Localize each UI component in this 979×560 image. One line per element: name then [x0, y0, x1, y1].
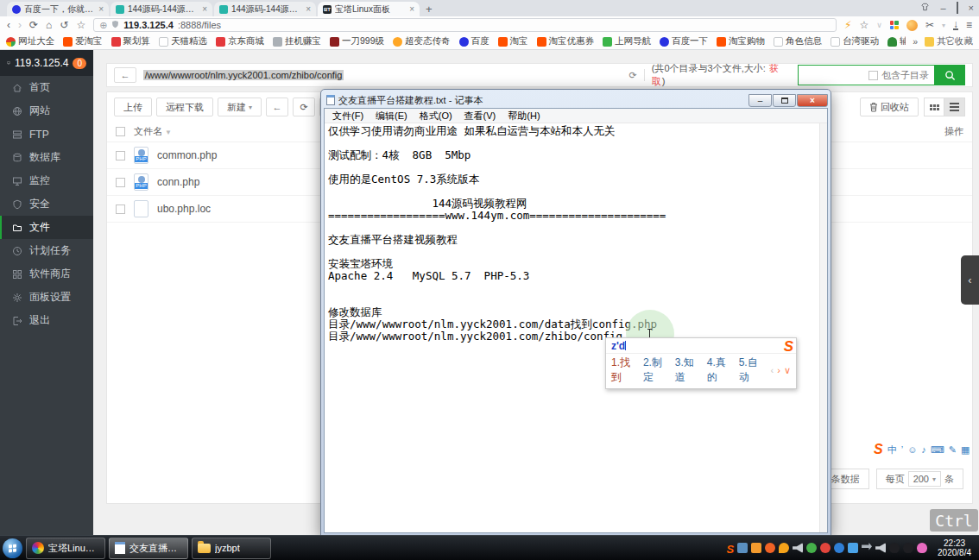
tray-qq-penguin-icon[interactable]	[903, 543, 913, 553]
tray-sogou-icon[interactable]: S	[726, 543, 734, 553]
bookmark-item[interactable]: 挂机赚宝	[273, 35, 321, 47]
tray-volume-icon[interactable]	[875, 543, 886, 553]
toolbox-icon[interactable]: ✎	[949, 444, 957, 456]
close-button[interactable]: ×	[969, 2, 974, 14]
grid-view-button[interactable]	[924, 98, 944, 116]
profile-avatar[interactable]	[906, 20, 918, 31]
tab-close-icon[interactable]: ×	[98, 4, 104, 14]
punctuation-icon[interactable]: ’	[901, 444, 903, 455]
file-name[interactable]: common.php	[157, 149, 217, 161]
restore-session-icon[interactable]: ↺	[60, 19, 68, 31]
other-favorites-folder[interactable]: 其它收藏	[925, 35, 973, 47]
bookmark-item[interactable]: 台湾驱动	[831, 35, 879, 47]
sidebar-item-security[interactable]: 安全	[0, 192, 93, 216]
soft-keyboard-icon[interactable]: ⌨	[931, 444, 944, 456]
bookmark-item[interactable]: 聚划算	[111, 35, 151, 47]
tray-qq-penguin-icon[interactable]	[889, 543, 900, 553]
skin-icon[interactable]: ▦	[961, 444, 970, 456]
upload-button[interactable]: 上传	[114, 98, 152, 116]
bookmark-item[interactable]: 上网导航	[603, 35, 651, 47]
sidebar-item-settings[interactable]: 面板设置	[0, 286, 93, 309]
ime-candidate[interactable]: 4.真的	[707, 356, 733, 385]
remote-download-button[interactable]: 远程下载	[156, 98, 213, 116]
ime-more-icon[interactable]: ∨	[784, 365, 791, 376]
menu-icon[interactable]: ≡	[966, 19, 972, 31]
notepad-title-bar[interactable]: 交友直播平台搭建教程.txt - 记事本 – ×	[324, 92, 828, 108]
select-all-checkbox[interactable]	[116, 127, 125, 136]
refresh-button[interactable]: ⟳	[293, 98, 315, 116]
ime-candidate[interactable]: 5.自动	[739, 356, 765, 385]
new-button[interactable]: 新建▾	[218, 98, 262, 116]
menu-view[interactable]: 查看(V)	[458, 110, 502, 123]
taskbar-clock[interactable]: 22:23 2020/8/4	[938, 538, 971, 557]
tray-app-icon[interactable]	[848, 543, 858, 553]
filename-header[interactable]: 文件名 ▼	[134, 125, 172, 138]
tray-qq-penguin-pink-icon[interactable]	[917, 543, 927, 553]
tray-browser-icon[interactable]	[765, 543, 775, 553]
row-checkbox[interactable]	[116, 204, 125, 214]
tray-blue-ball-icon[interactable]	[834, 543, 844, 553]
screenshot-scissors-icon[interactable]: ✂	[925, 19, 934, 31]
side-panel-handle[interactable]: ‹	[961, 255, 979, 305]
bookmark-item[interactable]: 天猫精选	[159, 35, 207, 47]
back-dir-button[interactable]: ←	[266, 98, 288, 116]
taskbar-folder-button[interactable]: jyzbpt	[192, 538, 271, 559]
scissors-dropdown-icon[interactable]: ▾	[942, 22, 945, 29]
page-info-icon[interactable]: ⊕	[99, 20, 107, 31]
bookmark-item[interactable]: 网址大全	[6, 35, 54, 47]
search-button[interactable]	[934, 65, 965, 85]
bookmark-item[interactable]: 爱淘宝	[63, 35, 103, 47]
row-checkbox[interactable]	[116, 151, 125, 160]
menu-edit[interactable]: 编辑(E)	[369, 110, 414, 123]
menu-help[interactable]: 帮助(H)	[502, 110, 546, 123]
row-checkbox[interactable]	[116, 178, 125, 187]
notepad-minimize-button[interactable]: –	[748, 94, 772, 107]
path-input[interactable]: /www/wwwroot/nlm.yyck2001.com/zhibo/conf…	[143, 70, 622, 80]
tray-display-icon[interactable]	[737, 543, 748, 553]
back-icon[interactable]: ‹	[7, 19, 10, 31]
tab-144yuanma-1[interactable]: 144源码-144源码,房卡棋牌 金 ×	[111, 2, 212, 16]
sidebar-item-home[interactable]: 首页	[0, 76, 93, 99]
bookmark-item[interactable]: 辅助网盘	[887, 35, 906, 47]
mic-icon[interactable]: ♪	[921, 444, 926, 455]
address-bar[interactable]: ⊕ 119.3.125.4 :8888/files	[93, 18, 837, 32]
bookmark-item[interactable]: 一刀999级	[330, 35, 384, 47]
tray-flame-icon[interactable]	[779, 543, 789, 553]
tray-flower-icon[interactable]	[820, 543, 831, 553]
sidebar-item-appstore[interactable]: 软件商店	[0, 262, 93, 286]
per-page-select[interactable]: 200▾	[908, 471, 941, 487]
tray-green-dot-icon[interactable]	[806, 543, 817, 553]
notepad-close-button[interactable]: ×	[797, 94, 828, 107]
notepad-window[interactable]: 交友直播平台搭建教程.txt - 记事本 – × 文件(F) 编辑(E) 格式(…	[320, 89, 831, 537]
minimize-button[interactable]: –	[940, 2, 945, 14]
notepad-text-area[interactable]: 仅供学习使用请勿商业用途 如果私自运营与本站和本人无关 测试配制：4核 8GB …	[325, 123, 827, 532]
bookmark-item[interactable]: 超变态传奇	[393, 35, 451, 47]
sidebar-item-logout[interactable]: 退出	[0, 309, 93, 332]
sogou-logo-icon[interactable]: S	[874, 442, 883, 457]
ime-candidate[interactable]: 1.找到	[611, 356, 637, 385]
ime-next-page-icon[interactable]: ›	[777, 365, 780, 376]
bookmark-item[interactable]: 角色信息	[774, 35, 822, 47]
ime-prev-page-icon[interactable]: ‹	[771, 365, 774, 376]
tab-baidu[interactable]: 百度一下，你就知道 ×	[7, 2, 109, 16]
maximize-button[interactable]	[957, 2, 958, 14]
bookmark-item[interactable]: 淘宝	[498, 35, 528, 47]
tab-close-icon[interactable]: ×	[306, 4, 311, 14]
emoji-icon[interactable]: ☺	[907, 444, 917, 455]
list-view-button[interactable]	[944, 98, 965, 116]
reload-icon[interactable]: ⟳	[29, 19, 38, 31]
sidebar-item-database[interactable]: 数据库	[0, 146, 93, 169]
include-subdir-checkbox[interactable]	[868, 71, 878, 80]
notepad-maximize-button[interactable]	[773, 94, 796, 107]
bookmark-item[interactable]: 淘宝购物	[717, 35, 765, 47]
path-refresh-icon[interactable]: ⟳	[629, 70, 637, 81]
tray-sync-icon[interactable]	[862, 543, 872, 553]
theme-shirt-icon[interactable]	[920, 2, 930, 14]
taskbar-browser-button[interactable]: 宝塔Linux面板 - ...	[26, 538, 105, 559]
chinese-mode-icon[interactable]: 中	[887, 444, 897, 456]
bookmark-item[interactable]: 百度一下	[660, 35, 708, 47]
path-back-button[interactable]: ←	[114, 67, 136, 83]
bookmark-star-icon[interactable]: ☆	[860, 19, 869, 31]
ime-candidate[interactable]: 3.知道	[675, 356, 701, 385]
sidebar-item-ftp[interactable]: FTP	[0, 123, 93, 146]
